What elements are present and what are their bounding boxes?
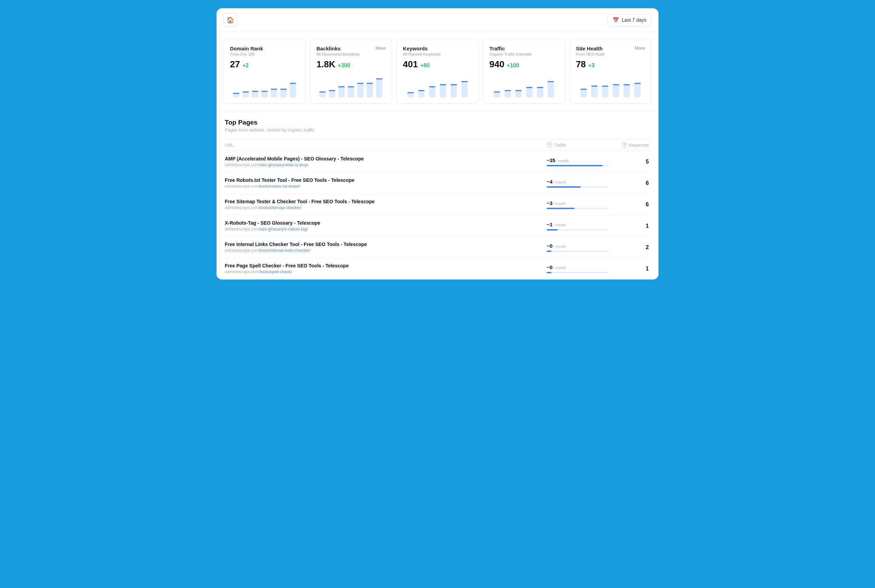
svg-rect-55 [591, 86, 597, 87]
svg-rect-19 [338, 86, 344, 87]
home-button[interactable]: 🏠 [223, 13, 237, 27]
row-url-col: X-Robots-Tag - SEO Glossary - Telescope … [225, 220, 547, 231]
svg-rect-10 [280, 88, 287, 97]
metric-more-link[interactable]: More [375, 45, 386, 51]
row-keywords-col: 1 [609, 223, 650, 229]
svg-rect-47 [526, 87, 532, 88]
svg-rect-16 [329, 90, 335, 97]
svg-rect-1 [233, 93, 239, 94]
metric-change: +100 [507, 63, 519, 69]
metric-value: 401 [403, 59, 418, 70]
metric-change: +300 [338, 63, 350, 69]
svg-rect-26 [376, 78, 382, 97]
traffic-bar-bg [547, 229, 609, 231]
metric-value: 27 [230, 59, 240, 70]
svg-rect-63 [634, 83, 640, 84]
traffic-bar-bg [547, 250, 609, 252]
traffic-bar-bg [547, 208, 609, 209]
svg-rect-54 [591, 86, 597, 97]
svg-rect-25 [367, 83, 373, 84]
date-range-label: Last 7 days [622, 17, 646, 23]
section-title: Top Pages [225, 119, 650, 126]
svg-rect-5 [252, 91, 258, 92]
metric-change: +2 [242, 63, 249, 69]
col-url-header: URL [225, 142, 547, 148]
svg-rect-42 [505, 90, 511, 97]
url-path: /seo-glossary/what-is-amp/ [259, 162, 308, 167]
svg-rect-13 [290, 83, 296, 84]
svg-rect-49 [537, 87, 543, 88]
metric-title: Traffic [489, 45, 505, 51]
svg-rect-53 [580, 88, 587, 90]
page-url: withtelescope.com/tools/spell-check/ [225, 270, 540, 274]
traffic-number: ~1 [547, 222, 552, 227]
row-traffic-col: ~3/ month [547, 200, 609, 209]
page-url: withtelescope.com/tools/robots-txt-teste… [225, 184, 540, 189]
svg-rect-50 [548, 81, 554, 97]
date-range-button[interactable]: 📅 Last 7 days [607, 14, 652, 26]
table-row: Free Internal Links Checker Tool - Free … [225, 237, 650, 258]
traffic-bar-bg [547, 272, 609, 273]
url-path: /tools/spell-check/ [259, 270, 292, 274]
svg-rect-56 [602, 86, 608, 97]
table-rows: AMP (Accelerated Mobile Pages) - SEO Glo… [225, 151, 650, 279]
traffic-number: ~3 [547, 200, 552, 206]
row-keywords-col: 2 [609, 244, 650, 250]
row-keywords-col: 1 [609, 266, 650, 272]
app-container: 🏠 📅 Last 7 days Domain Rank From 0 to 10… [216, 8, 659, 279]
svg-rect-17 [329, 90, 335, 91]
per-month-label: / month [553, 223, 566, 227]
svg-rect-60 [624, 84, 630, 97]
table-row: X-Robots-Tag - SEO Glossary - Telescope … [225, 215, 650, 237]
page-title: Free Sitemap Tester & Checker Tool - Fre… [225, 199, 540, 204]
section-subtitle: Pages from website, ranked by organic tr… [225, 128, 650, 132]
svg-rect-46 [526, 87, 532, 97]
page-title: Free Robots.txt Tester Tool - Free SEO T… [225, 177, 540, 183]
svg-rect-57 [602, 86, 608, 87]
metric-value-row: 1.8K +300 [316, 59, 385, 70]
svg-rect-11 [280, 88, 287, 90]
metric-card-keywords: Keywords All Ranked Keywords 401 +80 [396, 39, 479, 104]
metric-change: +80 [420, 63, 430, 69]
traffic-bar-fill [547, 186, 581, 188]
svg-rect-27 [376, 78, 382, 80]
metric-header: Domain Rank [230, 45, 299, 51]
url-path: /seo-glossary/x-robots-tag/ [259, 227, 308, 231]
traffic-value: ~4/ month [547, 179, 609, 184]
traffic-bar-fill [547, 272, 552, 273]
url-path: /tools/robots-txt-tester/ [259, 184, 300, 189]
metric-value-row: 940 +100 [489, 59, 558, 70]
svg-rect-24 [367, 83, 373, 97]
traffic-bar-fill [547, 165, 603, 166]
svg-rect-39 [461, 81, 468, 82]
table-row: Free Page Spell Checker - Free SEO Tools… [225, 258, 650, 279]
metric-value-row: 401 +80 [403, 59, 472, 70]
svg-rect-52 [580, 88, 587, 97]
svg-rect-32 [429, 86, 435, 97]
traffic-bar-fill [547, 250, 552, 252]
metric-title: Domain Rank [230, 45, 263, 51]
row-traffic-col: ~0/ month [547, 243, 609, 252]
traffic-bar-bg [547, 186, 609, 188]
row-traffic-col: ~4/ month [547, 179, 609, 188]
metric-subtitle: From 0 to 100 [230, 52, 299, 56]
table-row: AMP (Accelerated Mobile Pages) - SEO Glo… [225, 151, 650, 172]
svg-rect-44 [516, 90, 522, 97]
table-row: Free Sitemap Tester & Checker Tool - Fre… [225, 194, 650, 215]
metric-header: Backlinks More [316, 45, 385, 51]
traffic-value: ~35/ month [547, 158, 609, 163]
svg-rect-41 [494, 92, 500, 93]
page-url: withtelescope.com/seo-glossary/x-robots-… [225, 227, 540, 231]
metrics-row: Domain Rank From 0 to 100 27 +2 Backlink… [216, 32, 659, 111]
metric-more-link[interactable]: More [634, 45, 645, 51]
mini-chart [489, 73, 558, 97]
svg-rect-18 [338, 86, 344, 97]
svg-rect-21 [348, 86, 354, 87]
svg-rect-38 [461, 81, 468, 97]
row-url-col: Free Sitemap Tester & Checker Tool - Fre… [225, 199, 547, 210]
mini-chart [316, 73, 385, 97]
url-path: /tools/sitemap-checker/ [259, 206, 301, 210]
row-url-col: Free Robots.txt Tester Tool - Free SEO T… [225, 177, 547, 189]
metric-value-row: 78 +3 [576, 59, 645, 70]
per-month-label: / month [553, 244, 566, 249]
